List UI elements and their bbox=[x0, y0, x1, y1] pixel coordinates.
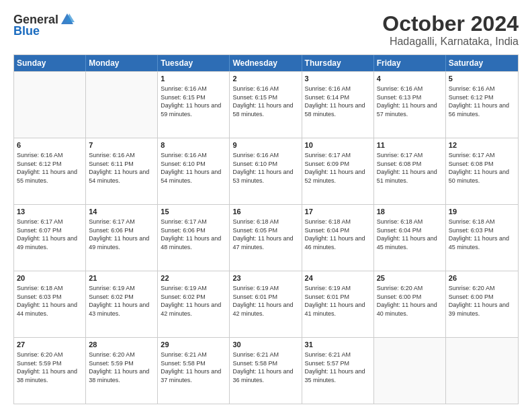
table-row: 11Sunrise: 6:17 AMSunset: 6:08 PMDayligh… bbox=[374, 138, 446, 204]
header-tuesday: Tuesday bbox=[158, 55, 230, 71]
cell-info: Sunrise: 6:20 AMSunset: 5:59 PMDaylight:… bbox=[17, 351, 83, 384]
cell-info: Sunrise: 6:19 AMSunset: 6:02 PMDaylight:… bbox=[89, 284, 154, 318]
calendar-header: Sunday Monday Tuesday Wednesday Thursday… bbox=[14, 55, 518, 71]
month-title: October 2024 bbox=[382, 12, 519, 36]
cell-info: Sunrise: 6:17 AMSunset: 6:08 PMDaylight:… bbox=[449, 151, 515, 185]
day-number: 24 bbox=[305, 273, 371, 283]
cal-row-3: 13Sunrise: 6:17 AMSunset: 6:07 PMDayligh… bbox=[14, 204, 518, 271]
cell-info: Sunrise: 6:21 AMSunset: 5:58 PMDaylight:… bbox=[232, 351, 298, 384]
header-thursday: Thursday bbox=[302, 55, 374, 71]
table-row: 5Sunrise: 6:16 AMSunset: 6:12 PMDaylight… bbox=[446, 72, 518, 138]
cell-info: Sunrise: 6:17 AMSunset: 6:09 PMDaylight:… bbox=[305, 151, 371, 185]
table-row: 26Sunrise: 6:20 AMSunset: 6:00 PMDayligh… bbox=[446, 271, 518, 337]
table-row: 3Sunrise: 6:16 AMSunset: 6:14 PMDaylight… bbox=[302, 72, 374, 138]
table-row: 4Sunrise: 6:16 AMSunset: 6:13 PMDaylight… bbox=[374, 72, 446, 138]
day-number: 23 bbox=[232, 273, 298, 283]
table-row: 17Sunrise: 6:18 AMSunset: 6:04 PMDayligh… bbox=[302, 205, 374, 271]
cell-info: Sunrise: 6:17 AMSunset: 6:06 PMDaylight:… bbox=[161, 218, 226, 251]
calendar: Sunday Monday Tuesday Wednesday Thursday… bbox=[13, 54, 519, 404]
day-number: 28 bbox=[89, 340, 154, 350]
cell-info: Sunrise: 6:17 AMSunset: 6:07 PMDaylight:… bbox=[17, 218, 83, 251]
day-number: 6 bbox=[17, 140, 83, 150]
day-number: 15 bbox=[161, 207, 226, 217]
day-number: 13 bbox=[17, 207, 83, 217]
day-number: 11 bbox=[377, 140, 443, 150]
cell-info: Sunrise: 6:19 AMSunset: 6:02 PMDaylight:… bbox=[161, 284, 226, 318]
page: General Blue October 2024 Hadagalli, Kar… bbox=[0, 0, 532, 411]
table-row: 8Sunrise: 6:16 AMSunset: 6:10 PMDaylight… bbox=[158, 138, 230, 204]
cell-info: Sunrise: 6:16 AMSunset: 6:13 PMDaylight:… bbox=[377, 85, 443, 118]
day-number: 16 bbox=[232, 207, 298, 217]
cell-info: Sunrise: 6:20 AMSunset: 6:00 PMDaylight:… bbox=[377, 284, 443, 318]
table-row: 30Sunrise: 6:21 AMSunset: 5:58 PMDayligh… bbox=[230, 338, 302, 404]
day-number: 19 bbox=[449, 207, 515, 217]
day-number: 31 bbox=[305, 340, 371, 350]
day-number: 29 bbox=[161, 340, 226, 350]
table-row: 28Sunrise: 6:20 AMSunset: 5:59 PMDayligh… bbox=[86, 338, 158, 404]
header-sunday: Sunday bbox=[14, 55, 86, 71]
day-number: 12 bbox=[449, 140, 515, 150]
table-row: 23Sunrise: 6:19 AMSunset: 6:01 PMDayligh… bbox=[230, 271, 302, 337]
cal-row-4: 20Sunrise: 6:18 AMSunset: 6:03 PMDayligh… bbox=[14, 271, 518, 337]
calendar-body: 1Sunrise: 6:16 AMSunset: 6:15 PMDaylight… bbox=[14, 71, 518, 404]
table-row bbox=[86, 72, 158, 138]
cell-info: Sunrise: 6:17 AMSunset: 6:06 PMDaylight:… bbox=[89, 218, 154, 251]
cell-info: Sunrise: 6:21 AMSunset: 5:58 PMDaylight:… bbox=[161, 351, 226, 384]
table-row: 9Sunrise: 6:16 AMSunset: 6:10 PMDaylight… bbox=[230, 138, 302, 204]
cell-info: Sunrise: 6:18 AMSunset: 6:04 PMDaylight:… bbox=[305, 218, 371, 251]
header-friday: Friday bbox=[374, 55, 446, 71]
day-number: 8 bbox=[161, 140, 226, 150]
day-number: 7 bbox=[89, 140, 154, 150]
cell-info: Sunrise: 6:19 AMSunset: 6:01 PMDaylight:… bbox=[305, 284, 371, 318]
logo-icon bbox=[60, 12, 75, 27]
table-row: 27Sunrise: 6:20 AMSunset: 5:59 PMDayligh… bbox=[14, 338, 86, 404]
cell-info: Sunrise: 6:18 AMSunset: 6:04 PMDaylight:… bbox=[377, 218, 443, 251]
table-row: 16Sunrise: 6:18 AMSunset: 6:05 PMDayligh… bbox=[230, 205, 302, 271]
location-title: Hadagalli, Karnataka, India bbox=[382, 36, 519, 48]
day-number: 2 bbox=[232, 74, 298, 84]
table-row: 19Sunrise: 6:18 AMSunset: 6:03 PMDayligh… bbox=[446, 205, 518, 271]
cell-info: Sunrise: 6:16 AMSunset: 6:10 PMDaylight:… bbox=[161, 151, 226, 185]
table-row: 13Sunrise: 6:17 AMSunset: 6:07 PMDayligh… bbox=[14, 205, 86, 271]
table-row: 25Sunrise: 6:20 AMSunset: 6:00 PMDayligh… bbox=[374, 271, 446, 337]
day-number: 30 bbox=[232, 340, 298, 350]
table-row: 24Sunrise: 6:19 AMSunset: 6:01 PMDayligh… bbox=[302, 271, 374, 337]
cell-info: Sunrise: 6:16 AMSunset: 6:11 PMDaylight:… bbox=[89, 151, 154, 185]
day-number: 1 bbox=[161, 74, 226, 84]
table-row: 15Sunrise: 6:17 AMSunset: 6:06 PMDayligh… bbox=[158, 205, 230, 271]
cell-info: Sunrise: 6:16 AMSunset: 6:12 PMDaylight:… bbox=[449, 85, 515, 118]
day-number: 10 bbox=[305, 140, 371, 150]
table-row: 14Sunrise: 6:17 AMSunset: 6:06 PMDayligh… bbox=[86, 205, 158, 271]
table-row: 2Sunrise: 6:16 AMSunset: 6:15 PMDaylight… bbox=[230, 72, 302, 138]
cal-row-2: 6Sunrise: 6:16 AMSunset: 6:12 PMDaylight… bbox=[14, 138, 518, 204]
table-row: 6Sunrise: 6:16 AMSunset: 6:12 PMDaylight… bbox=[14, 138, 86, 204]
cal-row-5: 27Sunrise: 6:20 AMSunset: 5:59 PMDayligh… bbox=[14, 337, 518, 404]
day-number: 3 bbox=[305, 74, 371, 84]
cal-row-1: 1Sunrise: 6:16 AMSunset: 6:15 PMDaylight… bbox=[14, 71, 518, 138]
cell-info: Sunrise: 6:20 AMSunset: 5:59 PMDaylight:… bbox=[89, 351, 154, 384]
cell-info: Sunrise: 6:16 AMSunset: 6:10 PMDaylight:… bbox=[232, 151, 298, 185]
table-row: 18Sunrise: 6:18 AMSunset: 6:04 PMDayligh… bbox=[374, 205, 446, 271]
table-row: 12Sunrise: 6:17 AMSunset: 6:08 PMDayligh… bbox=[446, 138, 518, 204]
day-number: 21 bbox=[89, 273, 154, 283]
logo: General Blue bbox=[13, 12, 75, 38]
day-number: 9 bbox=[232, 140, 298, 150]
table-row bbox=[14, 72, 86, 138]
table-row bbox=[374, 338, 446, 404]
table-row: 21Sunrise: 6:19 AMSunset: 6:02 PMDayligh… bbox=[86, 271, 158, 337]
day-number: 4 bbox=[377, 74, 443, 84]
day-number: 17 bbox=[305, 207, 371, 217]
header: General Blue October 2024 Hadagalli, Kar… bbox=[13, 12, 519, 48]
day-number: 14 bbox=[89, 207, 154, 217]
cell-info: Sunrise: 6:18 AMSunset: 6:05 PMDaylight:… bbox=[232, 218, 298, 251]
cell-info: Sunrise: 6:18 AMSunset: 6:03 PMDaylight:… bbox=[17, 284, 83, 318]
cell-info: Sunrise: 6:19 AMSunset: 6:01 PMDaylight:… bbox=[232, 284, 298, 318]
cell-info: Sunrise: 6:17 AMSunset: 6:08 PMDaylight:… bbox=[377, 151, 443, 185]
day-number: 18 bbox=[377, 207, 443, 217]
cell-info: Sunrise: 6:21 AMSunset: 5:57 PMDaylight:… bbox=[305, 351, 371, 384]
table-row: 20Sunrise: 6:18 AMSunset: 6:03 PMDayligh… bbox=[14, 271, 86, 337]
cell-info: Sunrise: 6:16 AMSunset: 6:14 PMDaylight:… bbox=[305, 85, 371, 118]
header-monday: Monday bbox=[86, 55, 158, 71]
cell-info: Sunrise: 6:18 AMSunset: 6:03 PMDaylight:… bbox=[449, 218, 515, 251]
table-row bbox=[446, 338, 518, 404]
